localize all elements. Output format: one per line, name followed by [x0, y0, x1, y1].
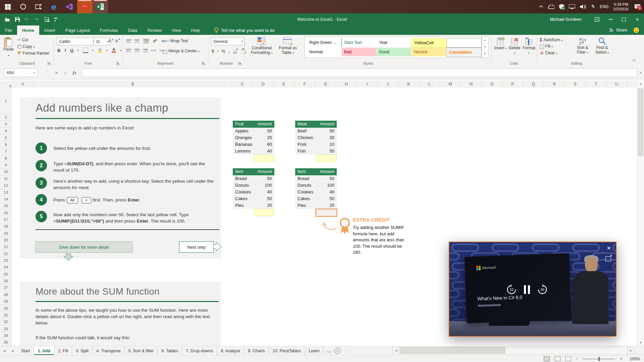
row-header-24[interactable]: 24 [0, 264, 12, 271]
sheet-tab-1-add[interactable]: 1. Add [34, 346, 54, 355]
close-button[interactable]: ✕ [631, 13, 644, 25]
excel-taskbar-icon[interactable]: X [93, 0, 108, 13]
select-all-corner[interactable] [0, 80, 12, 88]
column-header-A[interactable]: A [12, 80, 34, 88]
restore-button[interactable] [617, 13, 631, 25]
cell-style-start-text[interactable]: Start Text [342, 38, 376, 47]
font-size-combo[interactable]: 11▾ [94, 38, 110, 45]
fox-app-icon[interactable] [77, 0, 93, 13]
hscroll-right-icon[interactable]: ► [627, 347, 635, 354]
vscroll-up-icon[interactable]: ▲ [637, 80, 644, 87]
zoom-in-icon[interactable]: + [620, 356, 623, 361]
row-header-28[interactable]: 28 [0, 291, 12, 298]
yellow-answer-cell[interactable] [254, 209, 274, 216]
table-row[interactable]: Apples50 [233, 128, 274, 134]
tray-expand-chevron-icon[interactable] [539, 5, 543, 8]
sheet-tab-8-analyze[interactable]: 8. Analyze [217, 346, 244, 355]
row-header-30[interactable]: 30 [0, 305, 12, 312]
column-header-C[interactable]: C [232, 80, 253, 88]
rewind-10-button[interactable]: 10 [506, 285, 517, 295]
row-header-10[interactable]: 10 [0, 169, 12, 175]
cancel-formula-icon[interactable]: ✕ [55, 70, 58, 75]
redo-icon[interactable]: ↷▾ [35, 17, 40, 22]
column-header-I[interactable]: I [357, 80, 378, 88]
hscroll-thumb[interactable] [400, 347, 505, 354]
sheet-tab-4-transpose[interactable]: 4. Transpose [93, 346, 124, 355]
row-header-33[interactable]: 33 [0, 325, 12, 332]
bakery-table-left[interactable]: ItemAmountBread50Donuts100Cookies40Cakes… [233, 168, 274, 209]
fill-color-dropdown[interactable]: ▾ [106, 49, 108, 52]
gallery-scroll-down-icon[interactable]: ▼ [482, 44, 488, 50]
sheet-nav-left-icon[interactable]: ◄ [0, 346, 9, 355]
minimize-button[interactable] [604, 13, 617, 25]
row-header-13[interactable]: 13 [0, 189, 12, 196]
yellow-answer-cell[interactable] [316, 155, 337, 162]
row-header-32[interactable]: 32 [0, 319, 12, 325]
sheet-nav-right-icon[interactable]: ► [9, 346, 17, 355]
sheet-tab-7-drop-downs[interactable]: 7. Drop-downs [182, 346, 217, 355]
table-row[interactable]: Chicken30 [295, 134, 337, 141]
format-cells-button[interactable]: Format ▾ [522, 38, 536, 56]
row-header-8[interactable]: 8 [0, 155, 12, 162]
table-row[interactable]: Bananas60 [233, 141, 274, 148]
zoom-slider-thumb[interactable] [598, 357, 600, 361]
shrink-font-icon[interactable]: A▼ [115, 38, 120, 43]
onedrive-icon[interactable] [548, 5, 554, 9]
table-row[interactable]: Cookies40 [233, 189, 274, 195]
column-header-F[interactable]: F [294, 80, 315, 88]
collapse-ribbon-icon[interactable] [632, 59, 637, 62]
decrease-indent-icon[interactable]: ⇤≡ [151, 49, 156, 52]
cell-style-neutral[interactable]: Neutral [412, 48, 446, 56]
customize-qat-icon[interactable]: ▬▾ [54, 16, 57, 22]
meat-table[interactable]: MeatAmountBeef50Chicken30Pork10Fish50 [295, 121, 337, 155]
ribbon-tab-review[interactable]: Review [142, 25, 167, 35]
vscroll-down-icon[interactable]: ▼ [637, 339, 644, 346]
ribbon-tab-formulas[interactable]: Formulas [95, 25, 123, 35]
sheet-tab-learn[interactable]: Learn [305, 346, 324, 355]
borders-dropdown[interactable]: ▾ [92, 49, 94, 52]
row-header-2[interactable]: 2 [0, 114, 12, 121]
underline-button[interactable]: U [70, 48, 73, 53]
start-button-icon[interactable] [0, 0, 15, 13]
name-box-dropdown-icon[interactable]: ▾ [31, 71, 37, 74]
row-header-27[interactable]: 27 [0, 285, 12, 291]
accounting-format-icon[interactable]: $ [212, 49, 214, 54]
comma-style-icon[interactable]: , [228, 49, 230, 54]
delete-cells-button[interactable]: Delete ▾ [508, 38, 521, 56]
page-layout-view-icon[interactable] [554, 356, 560, 361]
vscroll-thumb[interactable] [638, 88, 643, 156]
enter-formula-icon[interactable]: ✓ [64, 70, 67, 75]
cell-style-year[interactable]: Year [377, 38, 411, 47]
action-center-icon[interactable]: 1 [634, 4, 641, 10]
sheet-tab-start[interactable]: Start [17, 346, 34, 355]
page-break-view-icon[interactable] [565, 356, 571, 361]
ribbon-tab-file[interactable]: File [0, 25, 17, 35]
row-header-15[interactable]: 15 [0, 203, 12, 209]
format-as-table-button[interactable]: Format asTable ▾ [276, 37, 300, 56]
edge-browser-icon[interactable]: e [46, 0, 62, 13]
row-header-17[interactable]: 17 [0, 216, 12, 223]
row-header-16[interactable]: 16 [0, 209, 12, 216]
bakery-table-right[interactable]: ItemAmountBread50Donuts100Cookies40Cakes… [295, 168, 337, 209]
row-header-31[interactable]: 31 [0, 312, 12, 318]
row-header-6[interactable]: 6 [0, 141, 12, 148]
row-header-21[interactable]: 21 [0, 244, 12, 250]
row-header-7[interactable]: 7 [0, 148, 12, 155]
number-format-combo[interactable]: General▾ [211, 38, 245, 45]
dive-down-button[interactable]: Dive down for more detail [35, 241, 133, 253]
row-header-5[interactable]: 5 [0, 134, 12, 141]
video-overlay[interactable]: Microsoft What's New in C# 8.0 10 30 ✕ [449, 242, 616, 337]
align-middle-icon[interactable] [135, 39, 140, 43]
cortana-icon[interactable] [15, 0, 31, 13]
wrap-text-button[interactable]: ab↩ Wrap Text [162, 39, 188, 43]
task-view-icon[interactable] [31, 0, 46, 13]
clipboard-dialog-launcher-icon[interactable] [48, 61, 51, 65]
align-bottom-icon[interactable] [143, 38, 149, 44]
sheet-tab-10-pivottables[interactable]: 10. PivotTables [269, 346, 305, 355]
fill-color-icon[interactable] [98, 48, 102, 53]
align-center-icon[interactable] [135, 48, 140, 53]
pen-input-icon[interactable]: ✎ [590, 3, 596, 10]
row-header-18[interactable]: 18 [0, 223, 12, 230]
cell-style-good[interactable]: Good [377, 48, 411, 56]
cell-style-yellowcell[interactable]: YellowCell [412, 38, 447, 48]
